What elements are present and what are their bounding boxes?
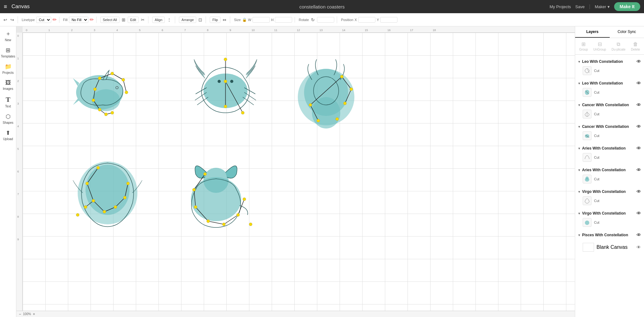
rotate-input[interactable] [317,17,334,23]
eye-icon-4[interactable]: 👁 [636,124,641,129]
svg-point-13 [98,77,101,80]
aries-design [177,149,255,237]
select-all-button[interactable]: Select All [100,17,119,23]
eye-icon-blank[interactable]: 👁 [636,245,641,250]
eye-icon-1[interactable]: 👁 [636,59,641,64]
flip-button[interactable]: Flip [210,17,220,23]
eye-icon-5[interactable]: 👁 [636,146,641,151]
eye-icon-2[interactable]: 👁 [636,81,641,86]
undo-button[interactable]: ↩ [3,16,8,23]
tab-layers[interactable]: Layers [575,26,610,38]
layer-header-4[interactable]: ▼ Cancer With Constellation 👁 [575,122,644,130]
eye-icon-6[interactable]: 👁 [636,167,641,172]
eye-icon-3[interactable]: 👁 [636,102,641,107]
maker-button[interactable]: Maker ▾ [595,4,609,9]
layer-item-3[interactable]: ▼ Cancer With Constellation 👁 Cut [575,99,644,121]
layer-item-8[interactable]: ▼ Virgo With Constellation 👁 Cut [575,208,644,229]
zoom-out-button[interactable]: − [19,312,21,316]
sidebar-item-projects[interactable]: 📁 Projects [1,61,15,77]
save-button[interactable]: Save [575,4,585,9]
svg-point-14 [111,72,114,75]
layer-header-7[interactable]: ▼ Virgo With Constellation 👁 [575,187,644,195]
layer-item-2[interactable]: ▼ Leo With Constellation 👁 Cut [575,78,644,99]
layer-header-8[interactable]: ▼ Virgo With Constellation 👁 [575,209,644,217]
collapse-icon-2: ▼ [578,82,581,85]
duplicate-icon: ⧉ [617,41,620,47]
align-icon[interactable]: ⋮ [166,16,172,23]
delete-button[interactable]: 🗑 Delete [629,40,642,52]
svg-point-61 [86,182,89,185]
layer-header-2[interactable]: ▼ Leo With Constellation 👁 [575,79,644,87]
sidebar-item-shapes[interactable]: ⬡ Shapes [1,111,15,127]
layer-item-9[interactable]: ▼ Pisces With Constellation 👁 [575,229,644,240]
ungroup-button[interactable]: ⊟ UnGroup [591,40,608,52]
redo-button[interactable]: ↪ [9,16,15,23]
layer-item-4[interactable]: ▼ Cancer With Constellation 👁 Cut [575,121,644,143]
svg-point-63 [103,210,106,213]
flip-icon[interactable]: ⇔ [222,16,227,23]
collapse-icon-9: ▼ [578,233,581,237]
canvas-area[interactable]: 0 1 2 3 4 5 6 7 8 9 10 11 12 13 14 15 16… [16,26,575,317]
arrange-icon[interactable]: ⊡ [197,16,203,23]
layer-header-9[interactable]: ▼ Pisces With Constellation 👁 [575,231,644,238]
delete-label: Delete [631,48,640,51]
duplicate-button[interactable]: ⧉ Du·plicate [610,40,627,52]
collapse-icon-6: ▼ [578,168,581,172]
fill-color-swatch: ✏ [90,17,94,23]
edit-button[interactable]: Edit [128,17,139,23]
layer-item-blank[interactable]: Blank Canvas 👁 [575,240,644,254]
align-button[interactable]: Align [152,17,165,23]
group-button[interactable]: ⊞ Group [577,40,590,52]
zoom-in-button[interactable]: + [33,312,35,316]
canvas-grid[interactable] [23,33,575,311]
svg-point-67 [84,205,87,209]
eye-icon-7[interactable]: 👁 [636,189,641,194]
select-icon[interactable]: ⊞ [121,16,126,23]
sidebar-item-templates[interactable]: ⊞ Templates [1,45,15,60]
h-label: H [271,18,274,22]
linetype-select[interactable]: Cut [36,17,51,23]
svg-point-82 [236,213,240,216]
width-input[interactable] [253,17,270,23]
undo-redo-group: ↩ ↪ [3,16,18,23]
y-input[interactable] [380,17,397,23]
sidebar-item-text[interactable]: T Text [1,93,15,110]
sidebar-item-label-templates: Templates [1,55,15,58]
layer-header-1[interactable]: ▼ Leo With Constellation 👁 [575,57,644,65]
layer-item-5[interactable]: ▼ Aries With Constellation 👁 Cut [575,143,644,164]
height-input[interactable] [275,17,292,23]
group-label: Group [579,48,588,51]
menu-icon[interactable]: ≡ [4,3,7,10]
eye-icon-9[interactable]: 👁 [636,232,641,238]
rotate-icon[interactable]: ↻ [310,16,316,23]
layer-sub-2: Cut [575,87,644,98]
layer-item-6[interactable]: ▼ Aries With Constellation 👁 Cut [575,164,644,186]
sidebar-item-images[interactable]: 🖼 Images [1,77,15,93]
layer-item-7[interactable]: ▼ Virgo With Constellation 👁 Cut [575,186,644,208]
app-title: Canvas [12,3,30,10]
edit-icon[interactable]: ✂ [140,16,146,23]
position-group: Position X Y [341,17,400,23]
fill-select[interactable]: No Fill [69,17,88,23]
my-projects-link[interactable]: My Projects [550,4,571,9]
svg-point-49 [317,119,320,122]
new-icon: ＋ [5,30,11,37]
x-input[interactable] [358,17,375,23]
layer-header-6[interactable]: ▼ Aries With Constellation 👁 [575,166,644,173]
chevron-down-icon: ▾ [608,4,610,9]
layer-header-3[interactable]: ▼ Cancer With Constellation 👁 [575,101,644,108]
layer-item-1[interactable]: ▼ Leo With Constellation 👁 Cut [575,56,644,78]
svg-point-77 [203,172,207,176]
make-it-button[interactable]: Make It [614,2,640,11]
layer-thumb-5 [583,153,591,162]
x-label: X [355,18,357,22]
layer-sub-label-5: Cut [594,156,599,159]
right-panel: Layers Color Sync ⊞ Group ⊟ UnGroup ⧉ Du… [575,26,644,317]
sidebar-item-upload[interactable]: ⬆ Upload [1,127,15,143]
arrange-button[interactable]: Arrange [179,17,196,23]
tab-color-sync[interactable]: Color Sync [610,26,644,38]
eye-icon-8[interactable]: 👁 [636,211,641,216]
layer-header-5[interactable]: ▼ Aries With Constellation 👁 [575,144,644,152]
sidebar-item-new[interactable]: ＋ New [1,28,15,44]
svg-point-80 [207,220,210,223]
